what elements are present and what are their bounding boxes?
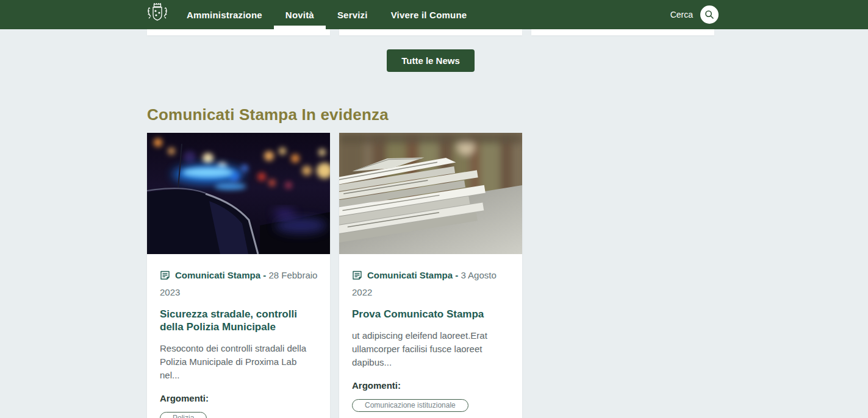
nav-item-vivere-il-comune[interactable]: Vivere il Comune [379,0,479,29]
card-excerpt: Resoconto dei controlli stradali della P… [160,342,318,382]
nav-item-novita[interactable]: Novità [274,0,326,29]
news-card-remnant [339,29,522,35]
press-section-heading: Comunicati Stampa In evidenza [147,105,389,124]
all-news-button[interactable]: Tutte le News [387,49,475,72]
search-icon [705,10,714,19]
press-card: Comunicati Stampa - 28 Febbraio 2023 Sic… [147,133,330,418]
all-news-button-row: Tutte le News [147,49,714,72]
meta-dash: - [263,270,266,280]
tag-polizia[interactable]: Polizia [160,412,207,418]
search-label: Cerca [670,10,693,19]
topics-label: Argomenti: [160,393,318,403]
press-cards-row: Comunicati Stampa - 28 Febbraio 2023 Sic… [147,133,522,418]
municipal-crest-icon[interactable] [147,2,168,27]
press-release-icon [160,269,170,285]
card-meta: Comunicati Stampa - 28 Febbraio 2023 [160,267,318,300]
main-navigation: Amministrazione Novità Servizi Vivere il… [175,0,478,29]
card-excerpt: ut adipiscing eleifend laoreet.Erat ulla… [352,329,510,369]
header-search[interactable]: Cerca [670,5,719,24]
card-category[interactable]: Comunicati Stampa [367,270,453,280]
news-card-remnant [147,29,330,35]
nav-item-servizi[interactable]: Servizi [326,0,379,29]
tag-comunicazione-istituzionale[interactable]: Comunicazione istituzionale [352,399,468,412]
meta-dash: - [455,270,458,280]
card-title-link[interactable]: Prova Comunicato Stampa [352,308,510,321]
search-button[interactable] [700,5,719,24]
police-car-night-photo[interactable] [147,133,330,254]
card-body: Comunicati Stampa - 3 Agosto 2022 Prova … [339,254,522,418]
card-meta: Comunicati Stampa - 3 Agosto 2022 [352,267,510,300]
news-card-remnant [531,29,714,35]
press-release-icon [352,269,362,285]
card-category[interactable]: Comunicati Stampa [175,270,260,280]
card-body: Comunicati Stampa - 28 Febbraio 2023 Sic… [147,254,330,418]
press-card: Comunicati Stampa - 3 Agosto 2022 Prova … [339,133,522,418]
card-title-link[interactable]: Sicurezza stradale, controlli della Poli… [160,308,318,333]
topics-label: Argomenti: [352,380,510,391]
nav-item-amministrazione[interactable]: Amministrazione [175,0,274,29]
main-content: Tutte le News Comunicati Stampa In evide… [147,0,714,418]
newspapers-stack-photo[interactable] [339,133,522,254]
site-header: Amministrazione Novità Servizi Vivere il… [0,0,868,29]
